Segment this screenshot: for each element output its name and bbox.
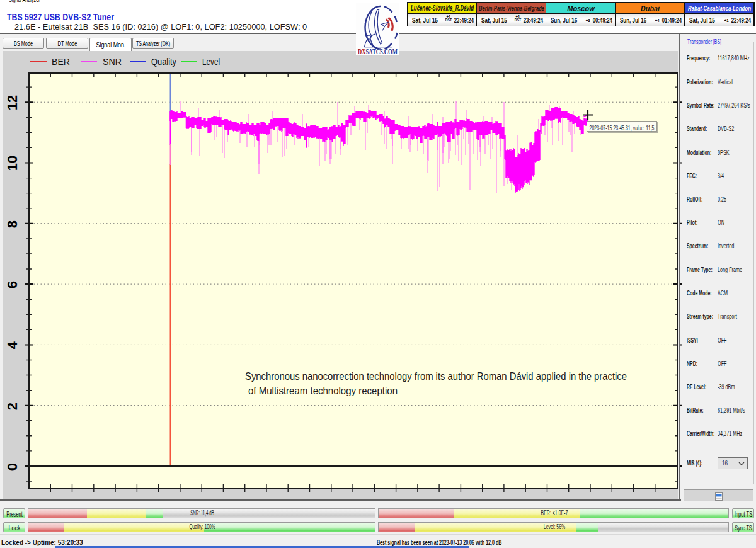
- svg-text:DXSATCS.COM: DXSATCS.COM: [358, 47, 398, 56]
